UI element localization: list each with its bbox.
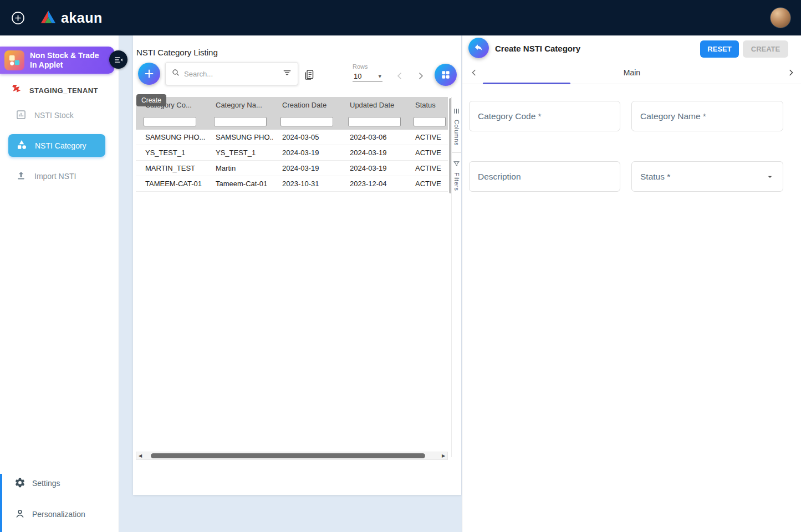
create-tooltip: Create <box>136 94 166 106</box>
nsti-category-listing-panel: NSTI Category Listing Rows 10 ▾ <box>133 35 461 495</box>
header-status[interactable]: Status <box>406 101 448 109</box>
create-submit-button[interactable]: CREATE <box>743 40 788 58</box>
create-nsti-category-panel: Create NSTI Category RESET CREATE Main C… <box>462 35 801 532</box>
filter-input-updated-date[interactable] <box>348 117 401 126</box>
table-row[interactable]: MARTIN_TEST Martin 2024-03-19 2024-03-19… <box>136 161 448 176</box>
cell-category-code: SAMSUNG PHO... <box>136 133 206 141</box>
cell-category-name: SAMSUNG PHO... <box>206 133 273 141</box>
person-icon <box>14 508 25 521</box>
cell-category-code: TAMEEM-CAT-01 <box>136 180 206 188</box>
divider <box>452 152 461 153</box>
add-circle-icon[interactable] <box>10 10 25 25</box>
rows-per-page-select[interactable]: Rows 10 ▾ <box>353 63 382 82</box>
hscroll-track[interactable] <box>144 452 440 459</box>
table-header-row: Category Co... Category Na... Creation D… <box>136 97 448 112</box>
previous-page-icon[interactable] <box>392 69 407 83</box>
sidebar-collapse-button[interactable] <box>109 50 127 69</box>
header-category-name[interactable]: Category Na... <box>206 101 273 109</box>
search-icon <box>171 68 180 79</box>
header-creation-date[interactable]: Creation Date <box>273 101 340 109</box>
sidebar-item-import-nsti[interactable]: Import NSTI <box>0 167 119 185</box>
sidebar-item-nsti-category[interactable]: NSTI Category <box>8 134 105 157</box>
brand-name: akaun <box>61 10 103 26</box>
gear-icon <box>14 477 25 490</box>
akaun-logo-icon <box>40 9 57 27</box>
field-label: Category Name * <box>640 111 706 121</box>
filter-input-category-name[interactable] <box>214 117 267 126</box>
tenant-row[interactable]: STAGING_TENANT <box>10 83 98 98</box>
sidebar-item-personalization[interactable]: Personalization <box>0 505 119 523</box>
panel-title: Create NSTI Category <box>495 44 580 53</box>
scroll-right-icon[interactable]: ▶ <box>440 453 447 458</box>
field-label: Description <box>478 172 521 182</box>
app-root: akaun Non Stock & Trade In Applet STAGIN… <box>0 0 801 532</box>
table-filter-row <box>136 112 448 130</box>
filters-tool-label[interactable]: Filters <box>453 172 460 191</box>
filter-input-category-code[interactable] <box>144 117 196 126</box>
applet-icon <box>4 50 24 70</box>
cell-creation-date: 2024-03-19 <box>273 149 340 157</box>
chart-box-icon <box>16 109 27 122</box>
applet-title-line2: In Applet <box>30 60 99 70</box>
sidebar-item-label: NSTI Stock <box>34 111 74 120</box>
columns-tool-label[interactable]: Columns <box>453 120 460 146</box>
next-page-icon[interactable] <box>414 69 428 83</box>
hscroll-thumb[interactable] <box>151 453 425 458</box>
tab-main[interactable]: Main <box>462 68 801 77</box>
horizontal-scrollbar[interactable]: ◀ ▶ <box>136 452 448 460</box>
cell-updated-date: 2024-03-19 <box>340 149 406 157</box>
filter-input-status[interactable] <box>414 117 446 126</box>
tenant-icon <box>10 83 23 98</box>
rows-value: 10 <box>354 72 361 80</box>
user-avatar[interactable] <box>770 7 791 28</box>
cell-status: ACTIVE <box>406 180 448 188</box>
status-select[interactable]: Status * <box>631 161 783 192</box>
cell-updated-date: 2024-03-06 <box>340 133 406 141</box>
field-label: Category Code * <box>478 111 542 121</box>
scroll-left-icon[interactable]: ◀ <box>136 453 144 458</box>
cell-category-code: MARTIN_TEST <box>136 164 206 172</box>
rows-label: Rows <box>353 63 382 70</box>
category-code-field[interactable]: Category Code * <box>469 101 620 131</box>
topbar: akaun <box>0 0 801 35</box>
table-row[interactable]: YS_TEST_1 YS_TEST_1 2024-03-19 2024-03-1… <box>136 145 448 161</box>
table-row[interactable]: TAMEEM-CAT-01 Tameem-Cat-01 2023-10-31 2… <box>136 176 448 192</box>
columns-icon[interactable] <box>453 107 460 117</box>
copy-list-icon[interactable] <box>302 67 315 81</box>
filter-input-creation-date[interactable] <box>280 117 333 126</box>
sidebar-item-label: Settings <box>32 479 60 488</box>
cell-creation-date: 2024-03-19 <box>273 164 340 172</box>
sidebar-item-settings[interactable]: Settings <box>0 474 119 492</box>
sidebar-item-label: NSTI Category <box>35 141 86 150</box>
category-name-field[interactable]: Category Name * <box>631 101 783 131</box>
category-table: Category Co... Category Na... Creation D… <box>136 97 448 192</box>
funnel-icon[interactable] <box>453 160 460 170</box>
table-row[interactable]: SAMSUNG PHO... SAMSUNG PHO... 2024-03-05… <box>136 130 448 145</box>
brand-logo: akaun <box>40 9 103 27</box>
cell-category-name: YS_TEST_1 <box>206 149 273 157</box>
back-button[interactable] <box>468 38 489 58</box>
cell-category-name: Martin <box>206 164 273 172</box>
applet-title: Non Stock & Trade In Applet <box>30 51 99 70</box>
cell-status: ACTIVE <box>406 164 448 172</box>
grid-view-button[interactable] <box>435 64 457 86</box>
cell-status: ACTIVE <box>406 149 448 157</box>
tab-bar: Main <box>462 61 801 84</box>
category-icon <box>16 139 27 152</box>
cell-category-code: YS_TEST_1 <box>136 149 206 157</box>
search-input[interactable] <box>184 70 278 78</box>
dropdown-caret-icon <box>766 172 774 181</box>
field-label: Status * <box>640 172 670 182</box>
description-field[interactable]: Description <box>469 161 620 192</box>
cell-updated-date: 2023-12-04 <box>340 180 406 188</box>
sidebar-item-nsti-stock[interactable]: NSTI Stock <box>0 106 119 124</box>
cell-updated-date: 2024-03-19 <box>340 164 406 172</box>
filter-list-icon[interactable] <box>282 68 292 80</box>
create-category-button[interactable] <box>138 63 160 85</box>
applet-header: Non Stock & Trade In Applet <box>0 47 114 74</box>
cell-status: ACTIVE <box>406 133 448 141</box>
header-updated-date[interactable]: Updated Date <box>340 101 406 109</box>
active-tab-indicator <box>483 83 570 84</box>
reset-button[interactable]: RESET <box>700 40 739 58</box>
caret-down-icon: ▾ <box>378 73 381 80</box>
